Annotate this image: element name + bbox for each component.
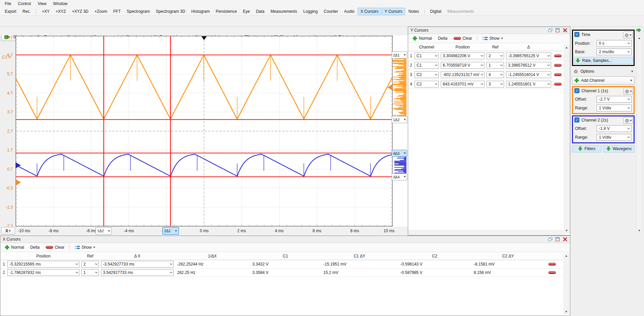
scroll-up-icon[interactable]	[638, 37, 640, 39]
menu-file[interactable]: File	[1, 1, 14, 7]
ref-select[interactable]: 3	[487, 81, 504, 87]
viewbar-item-y-cursors[interactable]: Y Cursors	[382, 8, 405, 15]
wavegens-button[interactable]: Wavegens	[603, 145, 635, 152]
menu-view[interactable]: View	[34, 1, 50, 7]
viewbar-item-eye[interactable]: Eye	[240, 8, 253, 15]
scroll-up-icon[interactable]	[566, 47, 568, 48]
add-normal-cursor-button[interactable]: Normal	[3, 244, 26, 250]
channel1-offset-select[interactable]: -2.7 V	[597, 96, 632, 103]
add-delta-cursor-button[interactable]: Delta	[436, 35, 449, 41]
channel-select[interactable]: C1	[415, 52, 439, 59]
maximize-window-icon[interactable]	[555, 237, 560, 242]
time-checkbox[interactable]: ✓	[574, 32, 579, 37]
remove-cursor-button[interactable]	[554, 55, 562, 57]
viewbar-item-data[interactable]: Data	[253, 8, 267, 15]
time-position-select[interactable]: 0 s	[597, 40, 632, 47]
float-window-icon[interactable]	[547, 237, 553, 242]
viewbar-item--xy[interactable]: +XY	[39, 8, 52, 15]
position-select[interactable]: -602.135231317 mV	[441, 71, 485, 78]
channel-select[interactable]: C2	[415, 71, 439, 78]
x-marker-1Δ2[interactable]: 1Δ2	[96, 227, 112, 235]
remove-cursor-button[interactable]	[554, 64, 562, 67]
x-marker-2Δ1[interactable]: 2Δ1	[163, 227, 179, 235]
x-cursors-titlebar[interactable]: X Cursors	[0, 236, 570, 243]
ref-select[interactable]: 2	[81, 261, 99, 268]
viewbar-item--zoom[interactable]: +Zoom	[92, 8, 110, 15]
remove-cursor-button[interactable]	[554, 73, 562, 76]
delta-select[interactable]: -1.2455516014 V	[506, 71, 551, 78]
viewbar-item-spectrogram[interactable]: Spectrogram	[124, 8, 152, 15]
add-delta-cursor-button[interactable]: Delta	[29, 244, 41, 250]
close-icon[interactable]	[562, 28, 568, 33]
scroll-down-icon[interactable]	[565, 311, 567, 313]
viewbar-item-audio[interactable]: Audio	[342, 8, 357, 15]
add-normal-cursor-button[interactable]: Normal	[411, 35, 434, 41]
maximize-window-icon[interactable]	[555, 28, 560, 33]
channel1-checkbox[interactable]: ✓	[574, 88, 579, 93]
viewbar-item-export[interactable]: Export	[2, 8, 19, 15]
remove-cursor-button[interactable]	[554, 83, 562, 85]
y-cursors-hscrollbar[interactable]	[408, 230, 564, 235]
delta-select[interactable]: 1.245551601 V	[506, 81, 551, 87]
channel2-offset-select[interactable]: -1.8 V	[597, 125, 632, 132]
position-select[interactable]: -5.329215565 ms	[7, 261, 79, 268]
delta-x-select[interactable]: -3.542927733 ms	[101, 261, 174, 268]
expand-sidebar-icon[interactable]	[636, 28, 641, 32]
y-marker-4Δ3[interactable]: 4Δ3	[392, 150, 407, 157]
ref-select[interactable]: 4	[487, 71, 504, 78]
menu-control[interactable]: Control	[14, 1, 34, 7]
show-menu-button[interactable]: Show	[73, 244, 97, 250]
viewbar-item-notes[interactable]: Notes	[406, 8, 422, 15]
sidebar-scrollbar[interactable]	[637, 35, 642, 233]
scroll-down-icon[interactable]	[638, 230, 640, 232]
delta-x-select[interactable]: 3.542927733 ms	[101, 269, 174, 276]
filters-button[interactable]: Filters	[572, 145, 602, 152]
x-axis-button[interactable]: X	[1, 227, 15, 235]
clear-cursors-button[interactable]: Clear	[452, 35, 474, 41]
add-channel-button[interactable]: Add Channel	[572, 76, 635, 84]
time-base-select[interactable]: 2 ms/div	[597, 48, 632, 55]
y-marker-1Δ2[interactable]: 1Δ2	[392, 116, 407, 123]
y-marker-3Δ4[interactable]: 3Δ4	[392, 173, 407, 180]
close-icon[interactable]	[562, 237, 568, 242]
float-window-icon[interactable]	[547, 28, 553, 33]
x-cursors-scrollbar[interactable]	[564, 253, 569, 314]
rate-samples-button[interactable]: Rate, Samples...	[574, 57, 633, 64]
channel2-checkbox[interactable]: ✓	[574, 117, 579, 122]
viewbar-item-digital[interactable]: Digital	[427, 8, 444, 15]
viewbar-item-measurements[interactable]: Measurements	[268, 8, 300, 15]
viewbar-item-rec-[interactable]: Rec.	[20, 8, 34, 15]
channel2-range-select[interactable]: 1 V/div	[597, 134, 632, 141]
viewbar-item-persistence[interactable]: Persistence	[213, 8, 240, 15]
viewbar-item-logging[interactable]: Logging	[300, 8, 320, 15]
viewbar-item--xyz-3d[interactable]: +XYZ 3D	[69, 8, 91, 15]
menu-window[interactable]: Window	[50, 1, 71, 7]
viewbar-item-measurements[interactable]: Measurements	[445, 8, 477, 15]
y-marker-2Δ1[interactable]: 2Δ1	[392, 51, 407, 59]
position-select[interactable]: -1.786287832 ms	[7, 269, 79, 276]
channel1-range-select[interactable]: 1 V/div	[597, 105, 632, 111]
delta-select[interactable]: -3.3985765125 V	[506, 52, 551, 59]
remove-cursor-button[interactable]	[548, 271, 556, 274]
channel-select[interactable]: C2	[415, 81, 439, 87]
ref-select[interactable]: 1	[81, 269, 99, 276]
viewbar-item-histogram[interactable]: Histogram	[189, 8, 213, 15]
viewbar-item-counter[interactable]: Counter	[321, 8, 341, 15]
channel1-gear-button[interactable]	[623, 88, 633, 95]
y-cursors-scrollbar[interactable]	[564, 45, 570, 233]
viewbar-item--xyz[interactable]: +XYZ	[53, 8, 68, 15]
remove-cursor-button[interactable]	[548, 263, 556, 266]
clear-cursors-button[interactable]: Clear	[44, 244, 66, 250]
scroll-down-icon[interactable]	[566, 230, 568, 232]
position-select[interactable]: 643.4163701 mV	[441, 81, 485, 87]
y-cursors-titlebar[interactable]: Y Cursors	[408, 27, 570, 34]
position-select[interactable]: 3.304982206 V	[441, 52, 485, 59]
delta-select[interactable]: 3.398576512 V	[506, 62, 551, 69]
ref-select[interactable]: 1	[487, 62, 504, 69]
options-dropdown[interactable]: Options	[572, 68, 635, 75]
position-select[interactable]: 6.703558719 V	[441, 62, 485, 69]
ref-select[interactable]: 2	[487, 52, 504, 59]
channel-select[interactable]: C1	[415, 62, 439, 69]
channel2-gear-button[interactable]	[623, 117, 633, 124]
viewbar-item-x-cursors[interactable]: X Cursors	[358, 8, 381, 15]
